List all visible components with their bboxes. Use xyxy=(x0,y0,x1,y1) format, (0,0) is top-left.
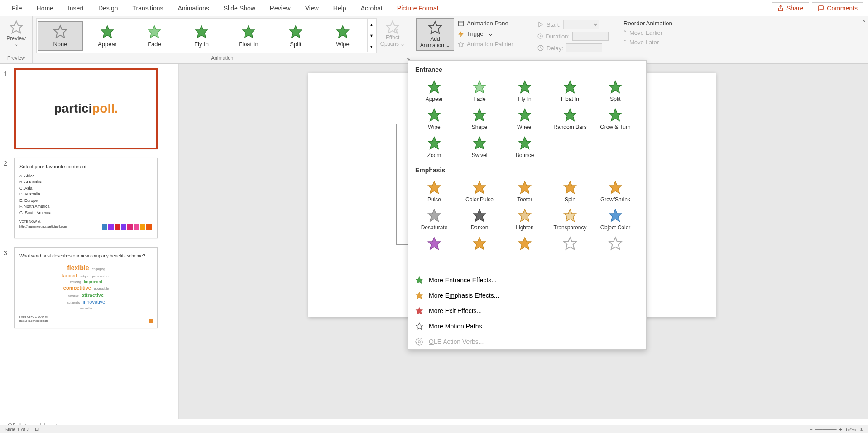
effect-options-button[interactable]: Effect Options ⌄ xyxy=(377,18,408,49)
dd-wipe[interactable]: Wipe xyxy=(412,105,457,133)
svg-marker-27 xyxy=(564,109,576,121)
gallery-expand[interactable]: ▾ xyxy=(368,41,375,52)
dd-extra4[interactable] xyxy=(547,233,593,253)
dd-appear[interactable]: Appear xyxy=(412,77,457,105)
anim-fade[interactable]: Fade xyxy=(132,22,177,50)
star-icon xyxy=(427,236,441,251)
svg-marker-29 xyxy=(428,137,441,149)
dd-transparency[interactable]: Transparency xyxy=(547,205,593,233)
svg-marker-47 xyxy=(416,277,423,284)
start-select[interactable] xyxy=(563,20,599,29)
dd-swivel[interactable]: Swivel xyxy=(457,133,502,161)
dd-zoom[interactable]: Zoom xyxy=(412,133,457,161)
zoom-in[interactable]: + xyxy=(839,427,842,432)
menu-view[interactable]: View xyxy=(298,0,326,16)
dd-desaturate[interactable]: Desaturate xyxy=(412,205,457,233)
svg-marker-44 xyxy=(519,238,531,250)
dd-extra1[interactable] xyxy=(412,233,457,253)
dd-fade[interactable]: Fade xyxy=(457,77,502,105)
dd-split[interactable]: Split xyxy=(593,77,638,105)
dd-extra3[interactable] xyxy=(502,233,547,253)
share-button[interactable]: Share xyxy=(772,2,809,14)
slide-thumb-1[interactable]: 1 participoll. xyxy=(0,64,178,153)
more-exit-effects[interactable]: More Exit Effects... xyxy=(408,303,646,319)
more-motion-paths[interactable]: More Motion Paths... xyxy=(408,319,646,334)
menu-transitions[interactable]: Transitions xyxy=(125,0,171,16)
anim-floatin[interactable]: Float In xyxy=(226,22,271,50)
dd-bounce[interactable]: Bounce xyxy=(502,133,547,161)
menu-home[interactable]: Home xyxy=(29,0,61,16)
anim-appear[interactable]: Appear xyxy=(85,22,130,50)
star-none-icon xyxy=(53,24,67,39)
animation-pane-button[interactable]: Animation Pane xyxy=(458,20,513,27)
zoom-out[interactable]: − xyxy=(810,427,812,432)
menu-design[interactable]: Design xyxy=(91,0,125,16)
menu-animations[interactable]: Animations xyxy=(170,0,216,16)
svg-marker-32 xyxy=(428,181,441,194)
slide-panel[interactable]: 1 participoll. 2 Select your favourite c… xyxy=(0,64,179,419)
slide-thumb-3[interactable]: 3 What word best describes our new compa… xyxy=(0,243,178,333)
dd-extra5[interactable] xyxy=(593,233,638,253)
dd-growturn[interactable]: Grow & Turn xyxy=(593,105,638,133)
dd-shape[interactable]: Shape xyxy=(457,105,502,133)
ole-action-verbs: OLE Action Verbs... xyxy=(408,334,646,349)
dd-growshrink[interactable]: Grow/Shrink xyxy=(593,177,638,205)
duration-input[interactable] xyxy=(572,32,609,41)
gear-icon xyxy=(415,338,423,346)
dd-spin[interactable]: Spin xyxy=(547,177,593,205)
menu-acrobat[interactable]: Acrobat xyxy=(354,0,390,16)
star-flyin-icon xyxy=(194,24,209,39)
trigger-button[interactable]: Trigger ⌄ xyxy=(458,30,513,37)
anim-flyin[interactable]: Fly In xyxy=(179,22,224,50)
more-emphasis-effects[interactable]: More Emphasis Effects... xyxy=(408,288,646,303)
more-entrance-effects[interactable]: More Entrance Effects... xyxy=(408,272,646,288)
delay-input[interactable] xyxy=(566,43,602,52)
menu-insert[interactable]: Insert xyxy=(61,0,91,16)
dd-floatin[interactable]: Float In xyxy=(547,77,593,105)
svg-marker-39 xyxy=(519,209,531,222)
svg-marker-25 xyxy=(474,109,486,121)
add-animation-button[interactable]: Add Animation ⌄ xyxy=(416,18,454,51)
animation-pane-icon xyxy=(458,20,464,27)
svg-marker-45 xyxy=(564,238,576,250)
dd-wheel[interactable]: Wheel xyxy=(502,105,547,133)
star-icon xyxy=(518,180,532,195)
duration-icon xyxy=(537,33,543,39)
star-emphasis-icon xyxy=(415,291,423,300)
move-later-button[interactable]: ˅ Move Later xyxy=(623,39,681,46)
anim-wipe[interactable]: Wipe xyxy=(320,22,365,50)
dd-darken[interactable]: Darken xyxy=(457,205,502,233)
animation-painter-button[interactable]: Animation Painter xyxy=(458,41,513,48)
comments-button[interactable]: Comments xyxy=(812,2,863,14)
dd-objectcolor[interactable]: Object Color xyxy=(593,205,638,233)
dd-lighten[interactable]: Lighten xyxy=(502,205,547,233)
menu-file[interactable]: File xyxy=(5,0,29,16)
dd-teeter[interactable]: Teeter xyxy=(502,177,547,205)
menu-slideshow[interactable]: Slide Show xyxy=(216,0,263,16)
dd-randombars[interactable]: Random Bars xyxy=(547,105,593,133)
move-earlier-button[interactable]: ˄ Move Earlier xyxy=(623,29,681,36)
star-icon xyxy=(563,180,577,195)
dd-colorpulse[interactable]: Color Pulse xyxy=(457,177,502,205)
dd-pulse[interactable]: Pulse xyxy=(412,177,457,205)
accessibility-icon[interactable]: ⊡ xyxy=(35,426,39,432)
svg-marker-5 xyxy=(196,25,208,38)
slide-thumb-2[interactable]: 2 Select your favourite continent A. Afr… xyxy=(0,153,178,243)
dd-flyin[interactable]: Fly In xyxy=(502,77,547,105)
anim-none[interactable]: None xyxy=(38,21,83,51)
menu-help[interactable]: Help xyxy=(326,0,354,16)
gallery-scroll-down[interactable]: ▼ xyxy=(368,30,375,41)
preview-button[interactable]: Preview ⌄ xyxy=(4,18,29,48)
fit-to-window[interactable]: ⊕ xyxy=(859,426,863,432)
svg-marker-26 xyxy=(519,109,531,121)
svg-marker-46 xyxy=(609,238,622,250)
star-icon xyxy=(563,108,577,122)
gallery-scroll-up[interactable]: ▲ xyxy=(368,19,375,30)
svg-point-51 xyxy=(418,341,421,343)
star-icon xyxy=(427,108,441,122)
menu-review[interactable]: Review xyxy=(263,0,298,16)
anim-split[interactable]: Split xyxy=(273,22,318,50)
collapse-ribbon-button[interactable]: ^ xyxy=(863,19,865,25)
menu-picture-format[interactable]: Picture Format xyxy=(390,0,446,16)
dd-extra2[interactable] xyxy=(457,233,502,253)
